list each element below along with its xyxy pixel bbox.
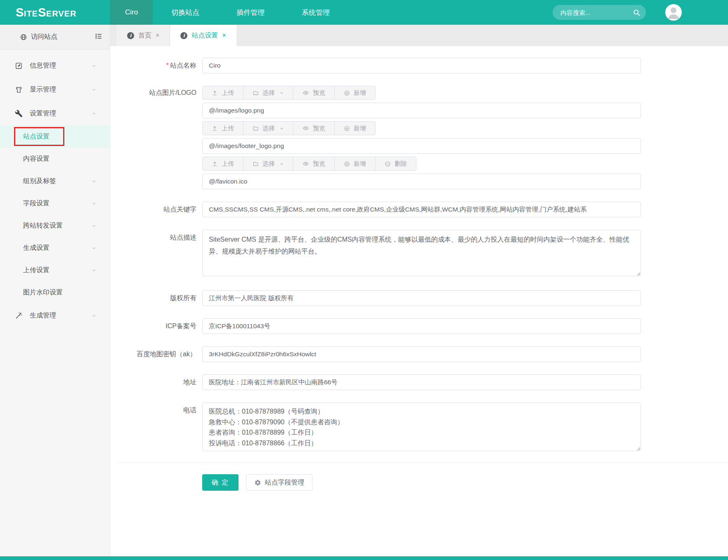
favicon-path-input[interactable] bbox=[202, 174, 641, 189]
upload-icon bbox=[212, 161, 218, 167]
tab-home[interactable]: i 首页 × bbox=[117, 25, 170, 46]
user-avatar[interactable] bbox=[665, 4, 682, 21]
close-icon[interactable]: × bbox=[222, 32, 226, 39]
visit-site-button[interactable]: 访问站点 bbox=[0, 25, 110, 49]
nav-item-current-site[interactable]: Ciro bbox=[110, 0, 153, 25]
sidebar: 访问站点 信息管理 显示管理 bbox=[0, 25, 110, 556]
tab-site-settings[interactable]: i 站点设置 × bbox=[170, 25, 236, 46]
site-name-row: *站点名称 bbox=[117, 58, 728, 73]
sidebar-subitem-label: 组别及标签 bbox=[23, 177, 56, 186]
choose-button[interactable]: 选择 bbox=[243, 157, 293, 171]
bottom-accent-bar bbox=[0, 556, 728, 560]
sidebar-item-settings-management[interactable]: 设置管理 bbox=[0, 101, 110, 125]
logo-button-group-2: 上传 选择 预览 新增 bbox=[202, 121, 641, 135]
sidebar-subitem-label: 跨站转发设置 bbox=[23, 221, 63, 230]
visit-site-label: 访问站点 bbox=[31, 33, 57, 41]
preview-button[interactable]: 预览 bbox=[293, 157, 335, 171]
person-icon bbox=[665, 4, 682, 21]
upload-button[interactable]: 上传 bbox=[202, 121, 243, 135]
tab-strip: i 首页 × i 站点设置 × bbox=[110, 25, 728, 46]
sidebar-item-content-settings[interactable]: 内容设置 bbox=[0, 148, 110, 170]
confirm-button[interactable]: 确 定 bbox=[202, 474, 239, 491]
nav-item-plugin-management[interactable]: 插件管理 bbox=[218, 0, 283, 25]
site-description-row: 站点描述 SiteServer CMS 是开源、跨平台、企业级的CMS内容管理系… bbox=[117, 230, 728, 278]
chevron-up-icon bbox=[91, 111, 97, 116]
site-logo-label: 站点图片/LOGO bbox=[117, 86, 202, 189]
chevron-down-icon bbox=[91, 63, 97, 68]
sidebar-item-cross-site-forward[interactable]: 跨站转发设置 bbox=[0, 214, 110, 237]
phone-label: 电话 bbox=[117, 402, 202, 453]
logo-button-group-3: 上传 选择 预览 新增 删除 bbox=[202, 157, 641, 171]
preview-button[interactable]: 预览 bbox=[293, 121, 335, 135]
edit-square-icon bbox=[15, 62, 23, 70]
address-row: 地址 bbox=[117, 374, 728, 390]
tab-label: 首页 bbox=[138, 31, 151, 40]
sidebar-item-label: 信息管理 bbox=[30, 61, 56, 70]
sidebar-item-image-watermark-settings[interactable]: 图片水印设置 bbox=[0, 281, 110, 304]
search-icon[interactable] bbox=[633, 9, 641, 16]
icp-input[interactable] bbox=[202, 318, 641, 334]
sidebar-subitem-label: 内容设置 bbox=[23, 155, 50, 163]
globe-icon bbox=[20, 33, 27, 41]
sidebar-item-upload-settings[interactable]: 上传设置 bbox=[0, 259, 110, 281]
logo-path-input[interactable] bbox=[202, 103, 641, 118]
sidebar-item-generate-settings[interactable]: 生成设置 bbox=[0, 237, 110, 259]
eye-icon bbox=[303, 89, 309, 96]
folder-icon bbox=[253, 90, 259, 96]
site-description-label: 站点描述 bbox=[117, 230, 202, 278]
chevron-down-icon bbox=[91, 201, 97, 206]
site-keywords-input[interactable] bbox=[202, 202, 641, 217]
copyright-input[interactable] bbox=[202, 290, 641, 306]
delete-button[interactable]: 删除 bbox=[375, 157, 416, 171]
sidebar-item-site-settings[interactable]: 站点设置 bbox=[0, 125, 110, 148]
sidebar-item-generation-management[interactable]: 生成管理 bbox=[0, 304, 110, 327]
footer-logo-path-input[interactable] bbox=[202, 138, 641, 154]
sidebar-collapse-icon[interactable] bbox=[95, 32, 103, 40]
choose-button[interactable]: 选择 bbox=[243, 121, 293, 135]
sidebar-item-info-management[interactable]: 信息管理 bbox=[0, 54, 110, 78]
add-button[interactable]: 新增 bbox=[334, 86, 376, 100]
info-icon: i bbox=[127, 32, 134, 39]
preview-button[interactable]: 预览 bbox=[293, 86, 335, 100]
logo-text: S bbox=[16, 6, 24, 19]
phone-textarea[interactable]: 医院总机：010-87878989（号码查询） 急救中心：010-8787909… bbox=[202, 402, 641, 451]
baidu-map-key-input[interactable] bbox=[202, 346, 641, 362]
site-keywords-label: 站点关键字 bbox=[117, 202, 202, 217]
upload-button[interactable]: 上传 bbox=[202, 157, 243, 171]
wrench-icon bbox=[15, 110, 23, 118]
site-settings-form: *站点名称 站点图片/LOGO 上传 选择 预览 新增 bbox=[110, 46, 728, 556]
logo-button-group-1: 上传 选择 预览 新增 bbox=[202, 86, 641, 100]
add-button[interactable]: 新增 bbox=[334, 157, 376, 171]
icp-label: ICP备案号 bbox=[117, 318, 202, 334]
icp-row: ICP备案号 bbox=[117, 318, 728, 334]
site-name-label: *站点名称 bbox=[117, 58, 202, 73]
main-area: 访问站点 信息管理 显示管理 bbox=[0, 25, 728, 556]
upload-button[interactable]: 上传 bbox=[202, 86, 243, 100]
baidu-map-key-label: 百度地图密钥（ak） bbox=[117, 346, 202, 362]
add-button[interactable]: 新增 bbox=[334, 121, 376, 135]
top-bar: SITESERVER Ciro 切换站点 插件管理 系统管理 bbox=[0, 0, 728, 25]
site-field-management-button[interactable]: 站点字段管理 bbox=[246, 474, 312, 491]
sidebar-item-groups-tags[interactable]: 组别及标签 bbox=[0, 170, 110, 192]
nav-item-system-management[interactable]: 系统管理 bbox=[283, 0, 348, 25]
nav-item-switch-site[interactable]: 切换站点 bbox=[153, 0, 218, 25]
address-input[interactable] bbox=[202, 374, 641, 390]
address-label: 地址 bbox=[117, 374, 202, 390]
copyright-label: 版权所有 bbox=[117, 290, 202, 306]
choose-button[interactable]: 选择 bbox=[243, 86, 293, 100]
chevron-down-icon bbox=[91, 245, 97, 251]
site-name-input[interactable] bbox=[202, 58, 641, 73]
sidebar-item-field-settings[interactable]: 字段设置 bbox=[0, 192, 110, 214]
upload-icon bbox=[212, 90, 218, 96]
sidebar-item-label: 设置管理 bbox=[30, 109, 56, 118]
site-keywords-row: 站点关键字 bbox=[117, 202, 728, 217]
sidebar-subitem-label: 图片水印设置 bbox=[23, 288, 63, 297]
close-icon[interactable]: × bbox=[156, 32, 159, 39]
site-description-textarea[interactable]: SiteServer CMS 是开源、跨平台、企业级的CMS内容管理系统，能够以… bbox=[202, 230, 641, 276]
chevron-down-icon bbox=[91, 87, 97, 92]
minus-circle-icon bbox=[385, 161, 391, 167]
sidebar-item-display-management[interactable]: 显示管理 bbox=[0, 78, 110, 101]
search-input[interactable] bbox=[560, 9, 633, 16]
chevron-down-icon bbox=[91, 179, 97, 184]
eye-icon bbox=[303, 160, 309, 167]
